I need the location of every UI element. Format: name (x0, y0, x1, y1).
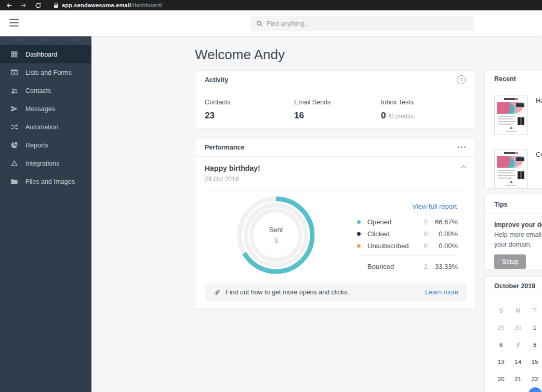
search-input[interactable] (267, 20, 469, 28)
forward-button[interactable] (20, 2, 27, 9)
view-full-report-link[interactable]: View full report (412, 202, 457, 210)
triangle-icon (10, 159, 19, 168)
legend-row-clicked: Clicked 0 0.00% (357, 228, 458, 240)
back-button[interactable] (5, 2, 12, 9)
folder-icon (10, 178, 19, 186)
activity-card-title: Activity (205, 76, 228, 84)
sidebar: Dashboard Lists and Forms Contacts Messa… (0, 36, 91, 392)
tips-text-line: Help more emails rea (494, 231, 542, 238)
sidebar-item-label: Integrations (25, 160, 59, 167)
stat-value: 23 (205, 111, 294, 121)
donut-chart: Sent 3 (234, 194, 318, 277)
send-icon (10, 105, 19, 113)
email-template-thumbnail[interactable] (494, 96, 528, 134)
legend-row-unsubscribed: Unsubscribed 0 0.00% (357, 240, 458, 252)
sidebar-item-label: Contacts (25, 87, 51, 94)
calendar-day[interactable]: 7 (510, 336, 527, 353)
sidebar-item-label: Reports (25, 142, 48, 149)
stat-label: Contacts (205, 99, 294, 106)
legend-row-opened: Opened 2 66.67% (357, 216, 458, 228)
calendar-day[interactable]: 20 (493, 370, 510, 387)
calendar-title: October 2019 (494, 282, 535, 290)
donut-center-label: Sent (234, 226, 318, 234)
sidebar-item-integrations[interactable]: Integrations (0, 154, 91, 172)
chart-legend: Opened 2 66.67% Clicked 0 0.00% Unsubscr… (357, 216, 458, 273)
people-icon (10, 87, 19, 95)
rocket-icon (213, 289, 221, 296)
recent-item-label: Ha (536, 97, 542, 134)
calendar-day[interactable]: 13 (493, 353, 510, 370)
day-header: M (510, 302, 527, 319)
sidebar-item-automation[interactable]: Automation (0, 118, 91, 136)
calendar-grid: S M T 29 30 1 6 7 8 13 14 15 20 21 (493, 302, 542, 387)
search-icon (256, 20, 262, 27)
email-template-thumbnail[interactable] (494, 150, 528, 188)
calendar-day[interactable]: 21 (510, 370, 527, 387)
lock-icon[interactable] (54, 5, 58, 8)
stat-label: Inbox Tests (381, 99, 414, 106)
app-topbar (0, 10, 542, 36)
recent-item[interactable]: Co (485, 142, 542, 196)
page-title: Welcome Andy (195, 47, 285, 63)
stat-email-sends: Email Sends 16 (294, 99, 381, 121)
stat-suffix: /0 credits (388, 113, 414, 120)
clicked-dot-icon (357, 232, 361, 236)
url-field[interactable]: app.sendawesome.email/dashboard/ (54, 2, 163, 8)
sidebar-item-lists-and-forms[interactable]: Lists and Forms (0, 63, 91, 82)
tips-heading: Improve your deliver (494, 221, 542, 228)
calendar-header-row: S M T (493, 302, 542, 319)
calendar-today-marker[interactable] (528, 387, 542, 392)
stat-value: 16 (294, 111, 381, 121)
hamburger-menu-icon[interactable] (9, 19, 19, 26)
calendar-week-row: 6 7 8 (493, 336, 542, 353)
sidebar-item-dashboard[interactable]: Dashboard (0, 45, 91, 63)
sidebar-item-messages[interactable]: Messages (0, 100, 91, 118)
recent-item[interactable]: Ha (485, 88, 542, 142)
campaign-date: 29 Oct 2019 (205, 175, 260, 183)
calendar-day[interactable]: 29 (493, 319, 510, 336)
calendar-day[interactable]: 30 (510, 319, 527, 336)
calendar-week-row: 13 14 15 (493, 353, 542, 370)
shuffle-icon (10, 123, 19, 131)
stat-inbox-tests: Inbox Tests 0 /0 credits (381, 99, 414, 121)
chevron-up-icon[interactable] (460, 165, 466, 171)
setup-button[interactable]: Setup (494, 254, 526, 269)
activity-card: Activity ? Contacts 23 Email Sends 16 In… (195, 70, 475, 128)
more-options-icon[interactable] (458, 144, 466, 150)
sidebar-item-label: Lists and Forms (25, 69, 72, 76)
help-icon[interactable]: ? (457, 75, 466, 84)
sidebar-item-contacts[interactable]: Contacts (0, 82, 91, 100)
performance-card: Performance Happy birthday! 29 Oct 2019 (195, 138, 475, 309)
opened-dot-icon (357, 220, 361, 224)
calendar-day[interactable]: 14 (510, 353, 527, 370)
sidebar-item-files-and-images[interactable]: Files and Images (0, 172, 91, 191)
calendar-day[interactable]: 22 (526, 370, 542, 387)
calendar-day[interactable]: 15 (526, 353, 542, 370)
calendar-day[interactable]: 6 (493, 336, 510, 353)
dashboard-grid-icon (10, 50, 19, 59)
sidebar-item-label: Files and Images (25, 178, 75, 185)
list-box-icon (10, 69, 19, 77)
donut-center-value: 3 (234, 237, 318, 245)
reload-button[interactable] (34, 2, 42, 9)
performance-card-title: Performance (205, 144, 244, 151)
unsubscribed-dot-icon (357, 244, 361, 248)
calendar-day[interactable]: 1 (526, 319, 542, 336)
browser-window: app.sendawesome.email/dashboard/ Dashboa… (0, 0, 542, 392)
tips-card: Tips Improve your deliver Help more emai… (484, 195, 542, 270)
day-header: S (493, 302, 510, 319)
stat-label: Email Sends (294, 99, 381, 106)
recent-item-label: Co (536, 151, 542, 188)
day-header: T (526, 302, 542, 319)
pie-chart-icon (10, 141, 19, 150)
calendar-week-row: 20 21 22 (493, 370, 542, 387)
learn-more-link[interactable]: Learn more (425, 289, 458, 296)
banner-text: Find out how to get more opens and click… (226, 289, 425, 296)
calendar-day[interactable]: 8 (526, 336, 542, 353)
tips-text-line: your domain. (494, 241, 542, 248)
recent-card-title: Recent (494, 75, 516, 83)
tips-card-title: Tips (494, 201, 507, 208)
calendar-card: October 2019 S M T 29 30 1 6 7 8 13 14 1… (484, 276, 542, 392)
sidebar-item-reports[interactable]: Reports (0, 136, 91, 154)
sidebar-item-label: Dashboard (25, 51, 57, 58)
